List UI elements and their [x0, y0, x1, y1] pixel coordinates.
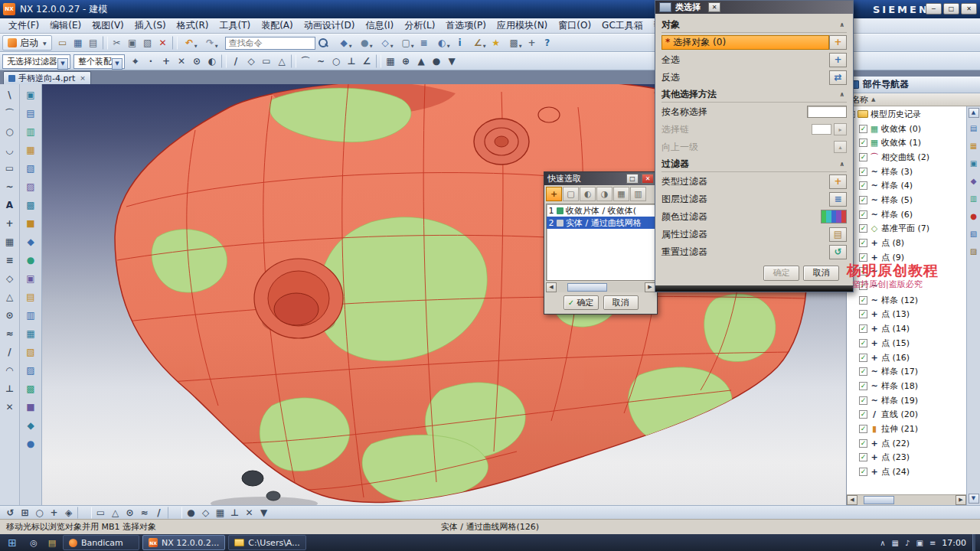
selection-scope-combo[interactable]: 整个装配 — [74, 54, 125, 69]
checkbox-icon[interactable]: ✓ — [859, 425, 867, 433]
toolbar-icon[interactable]: △ — [2, 288, 18, 306]
toolbar-icon[interactable]: ◐ — [432, 35, 452, 51]
toolbar-icon[interactable]: + — [2, 214, 18, 233]
toolbar-icon[interactable]: ◇ — [243, 54, 259, 69]
toolbar-icon[interactable]: ∙ — [143, 54, 158, 69]
tree-item[interactable]: − ✓ 模型历史记录 — [847, 107, 966, 122]
tree-item[interactable]: − ✓ + 点 (24) — [847, 465, 966, 479]
menu-item[interactable]: 编辑(E) — [44, 18, 87, 34]
toolbar-icon[interactable]: ▧ — [22, 343, 39, 361]
scroll-thumb[interactable] — [864, 496, 894, 504]
toolbar-icon[interactable] — [168, 507, 182, 519]
cancel-button[interactable]: 取消 — [803, 266, 839, 281]
toolbar-icon[interactable]: / — [228, 54, 243, 69]
toolbar-icon[interactable]: ◐ — [204, 54, 220, 69]
toolbar-icon[interactable]: △ — [274, 54, 289, 69]
quickpick-filter-icon[interactable]: ◑ — [596, 187, 612, 201]
tree-item[interactable]: − ✓ ~ 样条 (4) — [847, 178, 966, 193]
cancel-button[interactable]: 取消 — [603, 295, 639, 310]
tree-item[interactable]: − ✓ ~ 样条 (17) — [847, 364, 966, 379]
tab-close-icon[interactable]: × — [80, 74, 86, 82]
toolbar-icon[interactable]: ▦ — [383, 54, 398, 69]
tree-item[interactable]: − ✓ ▦ 收敛体 (0) — [847, 122, 966, 136]
toolbar-icon[interactable]: ● — [184, 507, 198, 519]
tray-icon[interactable]: ∧ — [880, 539, 885, 547]
start-menu-button[interactable]: 启动 — [2, 35, 52, 51]
navigator-tab-icon[interactable]: ◆ — [969, 175, 979, 186]
quickpick-titlebar[interactable]: 快速选取 □ ✕ — [544, 172, 657, 185]
menu-item[interactable]: GC工具箱 — [596, 18, 648, 34]
toolbar-icon[interactable]: i — [452, 35, 468, 51]
toolbar-icon[interactable] — [103, 36, 108, 50]
quickpick-hscrollbar[interactable]: ◀ ▶ — [546, 282, 655, 292]
toolbar-icon[interactable]: ↶ — [179, 35, 200, 51]
checkbox-icon[interactable]: ✓ — [859, 296, 867, 305]
checkbox-icon[interactable]: ✓ — [859, 139, 867, 147]
tree-item[interactable]: − ✓ + 点 (16) — [847, 350, 966, 365]
toolbar-icon[interactable]: ~ — [313, 54, 328, 69]
toolbar-icon[interactable]: ▭ — [2, 159, 18, 178]
toolbar-icon[interactable]: ◆ — [22, 233, 39, 251]
section-objects[interactable]: 对象 ∧ — [662, 18, 847, 33]
search-icon[interactable] — [317, 37, 329, 49]
toolbar-icon[interactable]: ▦ — [213, 507, 227, 519]
part-navigator-header[interactable]: 部件导航器 — [847, 77, 980, 93]
toolbar-icon[interactable]: ▭ — [55, 35, 70, 51]
toolbar-icon[interactable]: ▧ — [140, 35, 155, 51]
quick-launch-icon[interactable]: ▤ — [43, 534, 61, 551]
quick-launch-icon[interactable]: ◎ — [24, 534, 43, 551]
reset-filter-button[interactable]: ↺ — [829, 245, 847, 259]
menu-item[interactable]: 分析(L) — [399, 18, 440, 34]
toolbar-icon[interactable]: ⌖ — [128, 54, 143, 69]
tree-item[interactable]: − ✓ + 点 (22) — [847, 436, 966, 451]
toolbar-icon[interactable]: ≈ — [137, 507, 152, 519]
tree-item[interactable]: − ✓ + 点 (14) — [847, 321, 966, 336]
ok-button[interactable]: ✓确定 — [564, 295, 599, 310]
attribute-filter-button[interactable]: ▤ — [829, 227, 847, 242]
toolbar-icon[interactable]: ⌒ — [2, 104, 18, 122]
checkbox-icon[interactable]: ✓ — [859, 396, 867, 405]
toolbar-icon[interactable]: ▥ — [22, 306, 39, 324]
menu-item[interactable]: 窗口(O) — [553, 18, 596, 34]
toolbar-icon[interactable]: ◇ — [198, 507, 213, 519]
quickpick-filter-icon[interactable]: ◐ — [580, 187, 596, 201]
toolbar-icon[interactable]: ✕ — [242, 507, 256, 519]
invert-selection-button[interactable]: ⇄ — [829, 70, 847, 85]
checkbox-icon[interactable]: ✓ — [859, 181, 867, 190]
tree-item[interactable]: − ✓ ~ 样条 (5) — [847, 193, 966, 207]
select-object-field[interactable]: * 选择对象 (0) — [662, 35, 829, 50]
menu-item[interactable]: 动画设计(D) — [299, 18, 361, 34]
toolbar-icon[interactable]: ◆ — [334, 35, 354, 51]
checkbox-icon[interactable]: ✓ — [859, 339, 867, 347]
close-icon[interactable]: ✕ — [642, 174, 654, 184]
checkbox-icon[interactable]: ✓ — [859, 239, 867, 247]
chevron-up-icon[interactable]: ∧ — [838, 90, 848, 99]
toolbar-icon[interactable]: ▢ — [396, 35, 416, 51]
document-tab[interactable]: 手柄逆向-4.prt × — [3, 71, 91, 84]
quickpick-list-item[interactable]: 1 收敛片体 / 收敛体( — [547, 204, 655, 217]
tray-icon[interactable]: ♪ — [905, 539, 910, 547]
quickpick-list-item[interactable]: 2 实体 / 通过曲线网格 — [547, 217, 655, 229]
toolbar-icon[interactable]: ▩ — [504, 35, 524, 51]
menu-item[interactable]: 信息(I) — [360, 18, 399, 34]
navigator-tab-icon[interactable]: ▥ — [969, 193, 979, 204]
checkbox-icon[interactable]: ✓ — [859, 382, 867, 390]
toolbar-icon[interactable]: ▨ — [22, 178, 39, 196]
toolbar-icon[interactable]: ▩ — [22, 196, 39, 214]
toolbar-icon[interactable]: ✕ — [155, 35, 171, 51]
navigator-tab-icon[interactable]: ▨ — [969, 246, 979, 256]
menu-item[interactable]: 首选项(P) — [440, 18, 492, 34]
command-finder-input[interactable] — [225, 37, 315, 50]
pin-button[interactable]: □ — [626, 174, 639, 184]
toolbar-icon[interactable]: ● — [429, 54, 444, 69]
toolbar-icon[interactable]: ● — [22, 435, 39, 453]
tray-icon[interactable]: ▦ — [892, 539, 899, 547]
taskbar-app-button[interactable]: Bandicam — [63, 535, 139, 550]
toolbar-icon[interactable]: ▭ — [259, 54, 274, 69]
scroll-left-icon[interactable]: ◀ — [546, 282, 557, 292]
toolbar-icon[interactable]: ◆ — [22, 416, 39, 435]
toolbar-icon[interactable]: ▦ — [2, 233, 18, 251]
quickpick-filter-icon[interactable]: ▦ — [613, 187, 629, 201]
tree-item[interactable]: − ✓ ~ 样条 (12) — [847, 293, 966, 308]
toolbar-icon[interactable]: + — [158, 54, 174, 69]
